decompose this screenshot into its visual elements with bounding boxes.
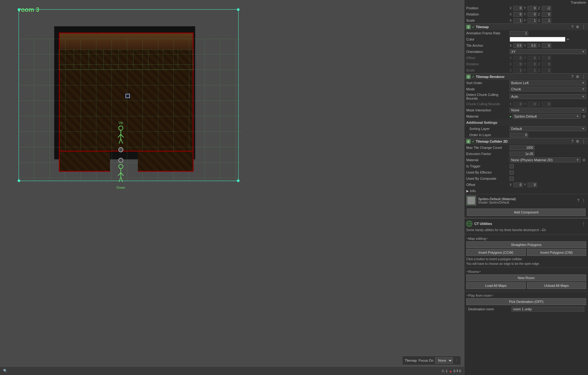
position-z[interactable] <box>542 6 551 11</box>
tilemap-section-header[interactable]: ≡ ✓ Tilemap ? ⚙ ⋮ <box>464 24 588 30</box>
color-edit-btn[interactable]: ✏ <box>567 37 569 41</box>
corner-br <box>237 179 239 182</box>
scale-z[interactable] <box>542 18 551 23</box>
max-tile-change-input[interactable] <box>510 145 534 150</box>
svg-line-8 <box>118 173 121 176</box>
renderer-material-link[interactable]: ⊙ <box>582 114 586 119</box>
mat-preview-menu[interactable]: ⋮ <box>581 198 586 203</box>
mask-interaction-dropdown[interactable]: None ▼ <box>510 108 586 113</box>
detect-chunk-culling-dropdown[interactable]: Auto ▼ <box>510 94 586 99</box>
collider-offset-y[interactable] <box>528 183 537 187</box>
chunk-culling-bounds-row: Chunk Culling Bounds X Y Z <box>464 101 588 107</box>
new-room-button[interactable]: New Room <box>466 274 586 281</box>
orientation-dropdown[interactable]: XY ▼ <box>510 49 586 54</box>
mode-label: Mode <box>466 87 510 91</box>
scale-x[interactable] <box>513 18 523 23</box>
tilemap-renderer-title: Tilemap Renderer <box>476 75 569 79</box>
pick-destination-button[interactable]: Pick Destination (OFF) <box>466 298 586 305</box>
tile-anchor-y[interactable] <box>528 43 537 48</box>
rotation-x[interactable] <box>513 12 523 17</box>
tilemap-renderer-checkbox[interactable]: ✓ <box>472 75 475 79</box>
renderer-menu-icon[interactable]: ⋮ <box>581 75 586 79</box>
status-icons: ⚠ 1 ▲ 0 ℹ 0 <box>441 369 461 373</box>
renderer-help-icon[interactable]: ? <box>571 75 574 79</box>
material-icon: ● <box>510 115 511 118</box>
color-swatch[interactable] <box>510 37 565 42</box>
tile-anchor-z[interactable] <box>542 43 551 48</box>
tilemap-renderer-section-header[interactable]: ≡ ✓ Tilemap Renderer ? ⚙ ⋮ <box>464 73 588 80</box>
position-row: Position X Y Z <box>464 5 588 11</box>
mask-interaction-value: None <box>511 108 519 112</box>
material-preview-info: Sprites-Default (Material) Shader Sprite… <box>478 197 575 204</box>
is-trigger-checkbox[interactable] <box>510 164 514 168</box>
renderer-settings-icon[interactable]: ⚙ <box>575 75 580 79</box>
sorting-layer-value: Default <box>511 127 522 131</box>
ct-utilities-section: CT Utilities ⋮ Some handy utilities for … <box>464 218 588 234</box>
tilemap-help-icon[interactable]: ? <box>571 25 574 29</box>
svg-line-11 <box>121 177 123 182</box>
collider-settings-icon[interactable]: ⚙ <box>575 139 580 144</box>
add-component-button[interactable]: Add Component <box>467 209 586 216</box>
extrusion-factor-label: Extrusion Factor <box>466 152 510 156</box>
collider-menu-icon[interactable]: ⋮ <box>581 139 586 144</box>
sorting-layer-dropdown[interactable]: Default ▼ <box>510 126 586 131</box>
info-row[interactable]: ▶ Info <box>464 188 588 194</box>
anim-frame-rate-row: Animation Frame Rate <box>464 30 588 36</box>
sort-order-label: Sort Order <box>466 81 510 85</box>
move-handle-down[interactable] <box>118 158 123 163</box>
renderer-material-value: Sprites-Default <box>514 114 537 118</box>
destination-room-input[interactable] <box>511 307 584 312</box>
rotation-y[interactable] <box>528 12 537 17</box>
character-up: Up <box>116 121 125 152</box>
used-by-effector-checkbox[interactable] <box>510 170 514 175</box>
transform-top: Transform <box>464 0 588 5</box>
invert-polygons-cw-button[interactable]: Invert Polygons (CW) <box>527 249 586 256</box>
used-by-composite-checkbox[interactable] <box>510 177 514 181</box>
collider-material-dropdown[interactable]: None (Physics Material 2D) ▼ <box>510 157 581 162</box>
tilemap-checkbox[interactable]: ✓ <box>472 25 475 29</box>
mode-dropdown[interactable]: Chunk ▼ <box>510 87 586 92</box>
straighten-polygons-button[interactable]: Straighten Polygons <box>466 241 586 248</box>
tilemap-collider-checkbox[interactable]: ✓ <box>472 140 475 144</box>
ct-description: Some handy utilities for my three favori… <box>466 228 586 233</box>
additional-settings-label: Additional Settings <box>466 121 510 124</box>
scale-y[interactable] <box>528 18 537 23</box>
order-in-layer-row: Order in Layer <box>464 132 588 138</box>
rotation-z[interactable] <box>542 12 551 17</box>
room-left-bottom <box>59 152 110 172</box>
position-y[interactable] <box>528 6 537 11</box>
info-toggle[interactable]: ▶ Info <box>466 189 476 193</box>
search-input[interactable] <box>9 369 440 373</box>
order-in-layer-input[interactable] <box>510 133 528 137</box>
is-trigger-row: Is Trigger <box>464 163 588 169</box>
invert-polygons-ccw-button[interactable]: Invert Polygons (CCW) <box>466 249 526 256</box>
focus-on-label: Focus On <box>419 359 433 362</box>
anim-frame-rate-input[interactable] <box>510 31 528 36</box>
collider-offset-x[interactable] <box>513 183 523 187</box>
unload-all-maps-button[interactable]: Unload All Maps <box>527 282 586 289</box>
tilemap-menu-icon[interactable]: ⋮ <box>581 25 586 29</box>
svg-line-2 <box>118 134 121 137</box>
scene-view[interactable]: room 3 Up Down <box>0 0 464 375</box>
tile-anchor-x[interactable] <box>513 43 523 48</box>
collider-material-link[interactable]: ⊙ <box>582 158 586 162</box>
sorting-layer-label: Sorting Layer <box>466 127 510 131</box>
color-label: Color <box>466 37 510 41</box>
load-all-maps-button[interactable]: Load All Maps <box>466 282 526 289</box>
position-x[interactable] <box>513 6 523 11</box>
tilemap-settings-icon[interactable]: ⚙ <box>575 25 580 29</box>
invert-note2: You will have to choose an edge to be th… <box>466 261 586 266</box>
tile-anchor-row: Tile Anchor X Y Z <box>464 42 588 49</box>
move-handle-up[interactable] <box>118 147 123 152</box>
mat-preview-help[interactable]: ? <box>577 198 580 203</box>
renderer-material-dropdown[interactable]: Sprites-Default ▼ <box>513 114 581 119</box>
sort-order-dropdown[interactable]: Bottom Left ▼ <box>510 80 586 85</box>
ct-menu-icon[interactable]: ⋮ <box>581 222 586 226</box>
collider-help-icon[interactable]: ? <box>571 139 574 144</box>
warning-icon: ⚠ <box>441 369 445 373</box>
extrusion-factor-input[interactable] <box>510 152 534 156</box>
position-label: Position <box>466 6 510 10</box>
toolbar-menu-icon[interactable]: ⋮ <box>455 359 458 363</box>
focus-on-select[interactable]: None <box>435 357 453 364</box>
tilemap-collider-section-header[interactable]: ≡ ✓ Tilemap Collider 2D ? ⚙ ⋮ <box>464 138 588 144</box>
